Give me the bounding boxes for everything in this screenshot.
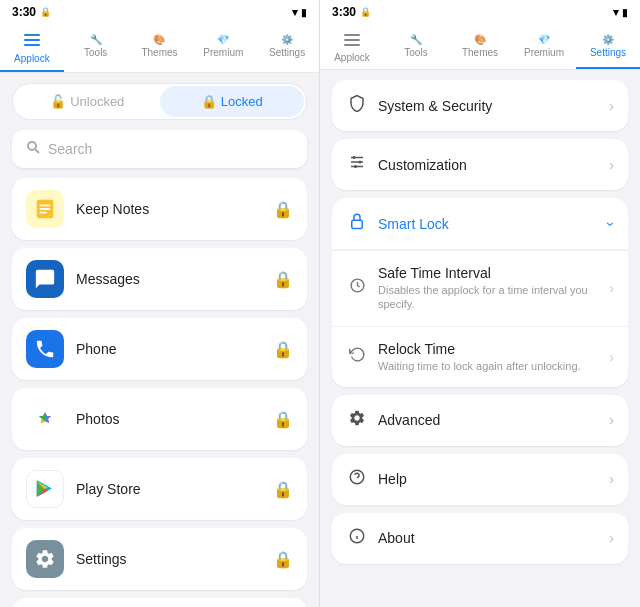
settings-section-smart-lock: Smart Lock › Safe Time Interval Disables… [332,198,628,387]
status-bar-right: 3:30 🔒 ▾ ▮ [320,0,640,24]
settings-icon-left: ⚙️ [281,34,293,45]
chevron-up-icon-smart-lock: › [604,221,620,226]
relock-icon [346,346,368,368]
app-name-messages: Messages [76,271,261,287]
list-item[interactable]: Play Store 🔒 [12,458,307,520]
lock-status-icon-right: 🔒 [360,7,371,17]
chevron-down-icon-about: › [609,530,614,546]
lock-status-icon: 🔒 [40,7,51,17]
chevron-down-icon-customization: › [609,157,614,173]
list-item[interactable]: Photos 🔒 [12,388,307,450]
about-content: About [378,530,609,546]
list-item[interactable]: YouTube 🔒 [12,598,307,607]
safe-time-title: Safe Time Interval [378,265,609,281]
lock-label: Locked [221,94,263,109]
settings-row-customization[interactable]: Customization › [332,139,628,190]
info-icon [346,527,368,550]
tab-applock-left[interactable]: Applock [0,28,64,72]
settings-row-help[interactable]: Help › [332,454,628,505]
tab-applock-right[interactable]: Applock [320,28,384,69]
advanced-title: Advanced [378,412,609,428]
tab-tools-left[interactable]: 🔧 Tools [64,28,128,72]
wifi-icon-left: ▾ [292,6,298,19]
search-icon [26,140,40,158]
tab-premium-label-right: Premium [524,47,564,58]
clock-icon [346,277,368,299]
search-bar[interactable]: Search [12,130,307,168]
app-name-photos: Photos [76,411,261,427]
settings-list: System & Security › Customization › [320,70,640,607]
settings-section-about: About › [332,513,628,564]
tab-tools-label-left: Tools [84,47,107,58]
settings-section-advanced: Advanced › [332,395,628,446]
list-item[interactable]: Messages 🔒 [12,248,307,310]
svg-rect-11 [344,39,360,41]
list-item[interactable]: Keep Notes 🔒 [12,178,307,240]
relock-time-title: Relock Time [378,341,609,357]
unlock-toggle-btn[interactable]: 🔓 Unlocked [15,86,160,117]
arrow-icon-relock-time: › [609,349,614,365]
tab-tools-right[interactable]: 🔧 Tools [384,28,448,69]
premium-icon-right: 💎 [538,34,550,45]
system-security-title: System & Security [378,98,609,114]
svg-rect-0 [24,34,40,36]
settings-row-about[interactable]: About › [332,513,628,564]
svg-line-4 [36,150,40,154]
tab-themes-right[interactable]: 🎨 Themes [448,28,512,69]
app-name-phone: Phone [76,341,261,357]
search-placeholder: Search [48,141,92,157]
system-security-content: System & Security [378,98,609,114]
list-item[interactable]: Phone 🔒 [12,318,307,380]
chevron-down-icon-help: › [609,471,614,487]
safe-time-row[interactable]: Safe Time Interval Disables the applock … [332,250,628,327]
customization-content: Customization [378,157,609,173]
svg-rect-10 [344,34,360,36]
tab-settings-right[interactable]: ⚙️ Settings [576,28,640,69]
smart-lock-title: Smart Lock [378,216,609,232]
list-item[interactable]: Settings 🔒 [12,528,307,590]
app-lock-icon-photos: 🔒 [273,410,293,429]
app-icon-messages [26,260,64,298]
about-title: About [378,530,609,546]
settings-row-advanced[interactable]: Advanced › [332,395,628,446]
safe-time-content: Safe Time Interval Disables the applock … [378,265,609,312]
app-name-play-store: Play Store [76,481,261,497]
applock-icon-left [24,34,40,51]
svg-point-17 [359,161,362,164]
settings-row-system-security[interactable]: System & Security › [332,80,628,131]
customization-icon [346,153,368,176]
right-panel: Applock 🔧 Tools 🎨 Themes 💎 Premium ⚙️ Se… [320,24,640,607]
lock-toggle-btn[interactable]: 🔒 Locked [160,86,305,117]
relock-time-row[interactable]: Relock Time Waiting time to lock again a… [332,327,628,387]
app-name-settings-app: Settings [76,551,261,567]
chevron-down-icon-advanced: › [609,412,614,428]
tab-themes-label-left: Themes [141,47,177,58]
left-panel: Applock 🔧 Tools 🎨 Themes 💎 Premium ⚙️ Se… [0,24,320,607]
svg-rect-8 [40,212,47,214]
settings-section-system-security: System & Security › [332,80,628,131]
tab-premium-left[interactable]: 💎 Premium [191,28,255,72]
tab-themes-label-right: Themes [462,47,498,58]
tab-applock-label-left: Applock [14,53,50,64]
relock-time-content: Relock Time Waiting time to lock again a… [378,341,609,373]
customization-title: Customization [378,157,609,173]
app-icon-settings-app [26,540,64,578]
tab-applock-label-right: Applock [334,52,370,63]
tab-premium-right[interactable]: 💎 Premium [512,28,576,69]
tools-icon-left: 🔧 [90,34,102,45]
tools-icon-right: 🔧 [410,34,422,45]
tab-settings-left[interactable]: ⚙️ Settings [255,28,319,72]
app-icon-play-store [26,470,64,508]
tab-settings-label-right: Settings [590,47,626,58]
tab-themes-left[interactable]: 🎨 Themes [128,28,192,72]
app-icon-phone [26,330,64,368]
help-content: Help [378,471,609,487]
svg-point-18 [354,165,357,168]
app-lock-icon-keep-notes: 🔒 [273,200,293,219]
relock-time-subtitle: Waiting time to lock again after unlocki… [378,359,609,373]
chevron-down-icon-system: › [609,98,614,114]
settings-row-smart-lock[interactable]: Smart Lock › [332,198,628,250]
safe-time-subtitle: Disables the applock for a time interval… [378,283,609,312]
time-right: 3:30 [332,5,356,19]
settings-section-customization: Customization › [332,139,628,190]
